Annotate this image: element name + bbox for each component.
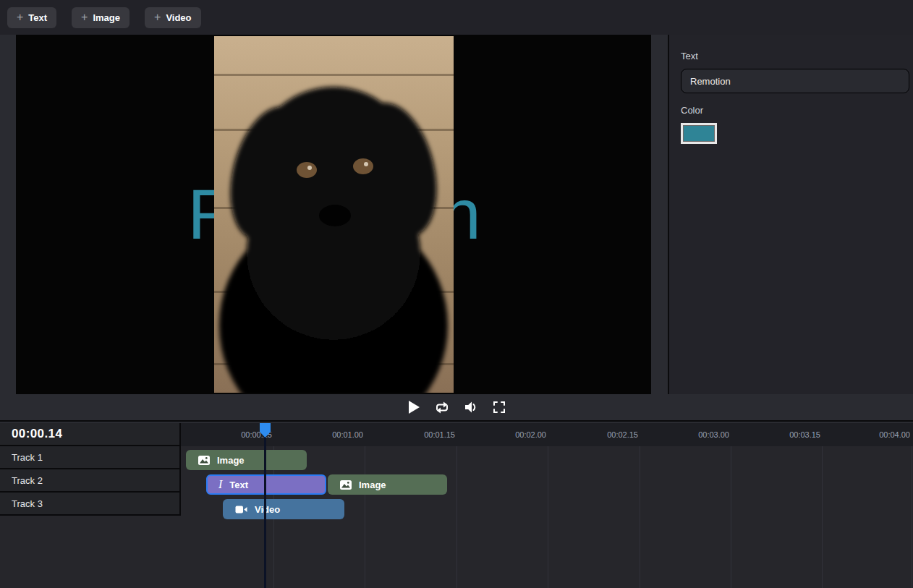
add-text-button-label: Text bbox=[28, 12, 47, 23]
ruler-tick-label: 00:02.15 bbox=[573, 423, 638, 446]
timeline-gridline bbox=[365, 423, 365, 588]
play-icon[interactable] bbox=[407, 400, 420, 414]
transport-bar bbox=[0, 394, 913, 422]
video-camera-icon bbox=[235, 505, 247, 514]
plus-icon: + bbox=[81, 12, 88, 23]
ruler-tick-label: 00:03.15 bbox=[755, 423, 820, 446]
add-image-button[interactable]: + Image bbox=[72, 7, 129, 28]
ruler-tick-label: 00:02.00 bbox=[481, 423, 546, 446]
current-timecode: 00:00.14 bbox=[0, 423, 179, 446]
track-label-1: Track 1 bbox=[0, 446, 179, 469]
track-label-2: Track 2 bbox=[0, 469, 179, 493]
ruler-tick-label: 00:03.00 bbox=[664, 423, 729, 446]
clip-image-track1[interactable]: Image bbox=[186, 450, 307, 470]
image-icon bbox=[198, 456, 210, 465]
timeline-gridline bbox=[822, 423, 823, 588]
dog-photo bbox=[214, 36, 454, 393]
clip-video-track3[interactable]: Video bbox=[223, 499, 344, 519]
plus-icon: + bbox=[17, 12, 23, 23]
text-field-label: Text bbox=[681, 51, 901, 61]
timeline-gridline bbox=[548, 423, 548, 588]
inspector-panel: Text Color bbox=[668, 35, 913, 394]
clip-label: Video bbox=[255, 504, 280, 515]
clip-label: Image bbox=[217, 455, 245, 466]
add-image-button-label: Image bbox=[93, 12, 120, 23]
timeline-gridline bbox=[731, 423, 731, 588]
clip-image-track2[interactable]: Image bbox=[328, 474, 447, 495]
plus-icon: + bbox=[154, 12, 161, 23]
clip-label: Text bbox=[229, 480, 248, 490]
image-icon bbox=[340, 480, 352, 490]
add-text-button[interactable]: + Text bbox=[7, 7, 56, 28]
clip-label: Image bbox=[359, 480, 386, 490]
timeline-gridline bbox=[456, 423, 457, 588]
add-video-button[interactable]: + Video bbox=[145, 7, 201, 28]
track-label-3: Track 3 bbox=[0, 493, 179, 516]
volume-icon[interactable] bbox=[464, 401, 480, 414]
add-video-button-label: Video bbox=[166, 12, 191, 23]
ruler-tick-label: 00:01.00 bbox=[298, 423, 363, 446]
timeline-gridline bbox=[640, 423, 640, 588]
text-value-input[interactable] bbox=[681, 69, 909, 93]
timeline: 00:00.15 00:01.00 00:01.15 00:02.00 00:0… bbox=[0, 423, 913, 588]
text-icon: I bbox=[218, 479, 222, 490]
color-field-label: Color bbox=[681, 105, 901, 116]
playhead-line bbox=[264, 423, 266, 588]
fullscreen-icon[interactable] bbox=[493, 401, 506, 414]
track-header-column: 00:00.14 Track 1 Track 2 Track 3 bbox=[0, 423, 181, 516]
loop-icon[interactable] bbox=[433, 401, 451, 414]
ruler-tick-label: 00:01.15 bbox=[390, 423, 455, 446]
clip-text-track2[interactable]: I Text bbox=[206, 474, 326, 495]
video-preview-canvas: Remotion bbox=[16, 35, 651, 394]
ruler-tick-label: 00:04.00 bbox=[845, 423, 910, 446]
color-picker-swatch[interactable] bbox=[681, 123, 717, 144]
top-toolbar: + Text + Image + Video bbox=[0, 0, 913, 35]
timeline-gridline bbox=[912, 423, 912, 588]
